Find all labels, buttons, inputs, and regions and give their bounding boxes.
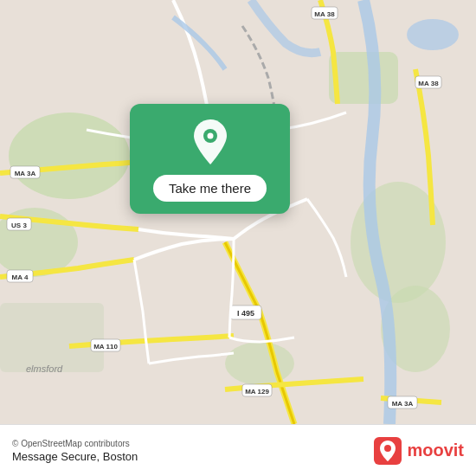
location-icon-container [188,119,233,164]
bottom-bar: © OpenStreetMap contributors Message Sec… [0,424,476,476]
svg-text:US 3: US 3 [11,222,27,229]
svg-text:MA 110: MA 110 [93,343,118,351]
svg-text:MA 3A: MA 3A [392,400,414,408]
app-location-info: Message Secure, Boston [12,450,138,463]
moovit-logo: moovit [374,437,464,465]
svg-point-29 [207,133,213,139]
svg-text:MA 129: MA 129 [245,388,269,396]
svg-point-1 [9,113,130,199]
svg-point-8 [407,19,459,50]
svg-point-7 [225,342,294,385]
svg-text:elmsford: elmsford [26,363,63,374]
take-me-there-button[interactable]: Take me there [153,175,267,202]
svg-text:MA 4: MA 4 [12,273,29,281]
moovit-brand-icon [374,437,402,465]
location-card: Take me there [130,104,290,214]
svg-text:MA 38: MA 38 [418,80,439,87]
svg-text:MA 38: MA 38 [314,10,335,18]
svg-text:I 495: I 495 [237,309,254,318]
svg-point-31 [384,445,391,452]
location-pin-icon [190,118,231,166]
svg-rect-6 [0,303,104,372]
map-container: I 495 MA 3A US 3 MA 4 MA 38 MA 38 MA 110… [0,0,476,424]
osm-attribution: © OpenStreetMap contributors [12,439,138,448]
moovit-brand-name: moovit [407,441,464,460]
svg-text:MA 3A: MA 3A [15,170,36,177]
bottom-left-info: © OpenStreetMap contributors Message Sec… [12,439,138,463]
